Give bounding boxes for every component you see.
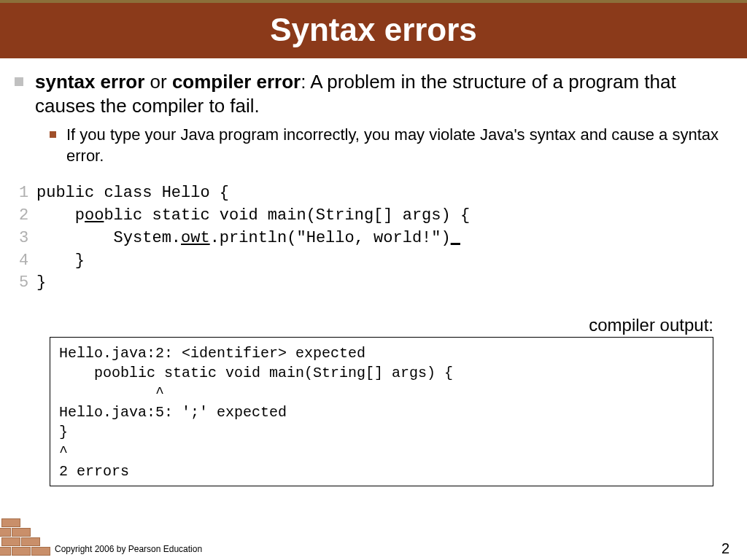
text-mid: or bbox=[144, 71, 172, 93]
bullet-square-icon bbox=[15, 77, 23, 86]
title-bar: Syntax errors bbox=[0, 0, 747, 58]
line-number: 5 bbox=[15, 272, 36, 295]
bullet-level2: If you type your Java program incorrectl… bbox=[50, 125, 719, 166]
bullet-text: syntax error or compiler error: A proble… bbox=[35, 70, 719, 117]
line-number: 1 bbox=[15, 182, 36, 205]
error-underline: oo bbox=[85, 206, 104, 225]
line-number: 3 bbox=[15, 228, 36, 250]
page-number: 2 bbox=[721, 540, 729, 557]
code-text: public class Hello { bbox=[36, 182, 229, 205]
code-line: 1 public class Hello { bbox=[15, 182, 719, 205]
code-line: 4 } bbox=[15, 250, 719, 273]
bricks-decoration-icon bbox=[1, 518, 50, 556]
compiler-output-box: Hello.java:2: <identifier> expected poob… bbox=[50, 337, 713, 486]
error-underline: _ bbox=[451, 229, 460, 247]
code-line: 3 System.owt.println("Hello, world!")_ bbox=[15, 228, 719, 250]
copyright-text: Copyright 2006 by Pearson Education bbox=[55, 544, 202, 554]
code-sample: 1 public class Hello { 2 pooblic static … bbox=[15, 182, 719, 295]
slide: Syntax errors syntax error or compiler e… bbox=[0, 0, 747, 560]
code-text: pooblic static void main(String[] args) … bbox=[36, 205, 470, 228]
code-line: 5 } bbox=[15, 272, 719, 295]
slide-content: syntax error or compiler error: A proble… bbox=[0, 58, 747, 486]
code-text: System.owt.println("Hello, world!")_ bbox=[36, 228, 460, 250]
slide-title: Syntax errors bbox=[0, 12, 747, 48]
line-number: 2 bbox=[15, 205, 36, 228]
sub-bullet-text: If you type your Java program incorrectl… bbox=[66, 125, 719, 166]
code-text: } bbox=[36, 250, 85, 273]
bullet-level1: syntax error or compiler error: A proble… bbox=[15, 70, 719, 117]
code-line: 2 pooblic static void main(String[] args… bbox=[15, 205, 719, 228]
line-number: 4 bbox=[15, 250, 36, 273]
bold-term-1: syntax error bbox=[35, 71, 144, 93]
bullet-square-small-icon bbox=[50, 131, 56, 138]
slide-footer: Copyright 2006 by Pearson Education bbox=[0, 518, 747, 556]
error-underline: owt bbox=[181, 229, 210, 247]
compiler-output-label: compiler output: bbox=[15, 315, 713, 335]
bold-term-2: compiler error bbox=[172, 71, 301, 93]
code-text: } bbox=[36, 272, 46, 295]
